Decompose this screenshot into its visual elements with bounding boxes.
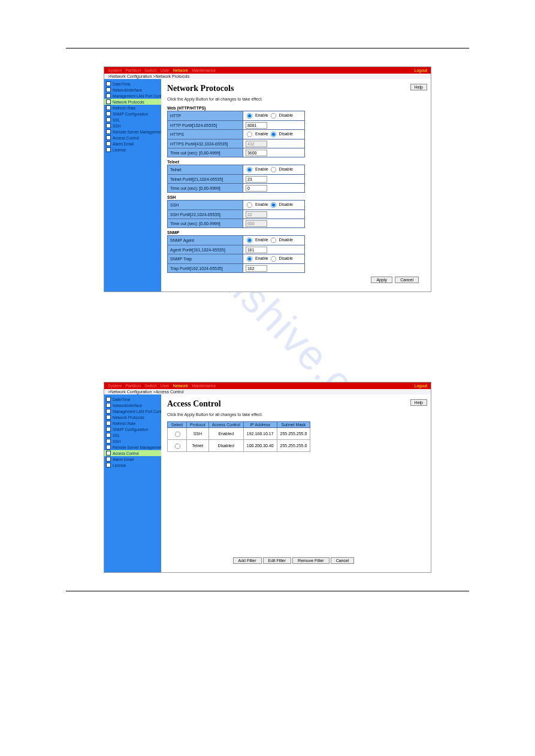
config-value [243, 184, 304, 193]
sidebar-item[interactable]: Access Control [104, 135, 161, 141]
menu-item[interactable]: System [108, 384, 122, 388]
top-menu-bar: SystemPartitionSwitchUserNetworkMaintena… [104, 67, 431, 74]
logout-link[interactable]: Logout [415, 68, 427, 72]
sidebar-item[interactable]: License [104, 462, 161, 468]
sidebar-item[interactable]: Refresh Rate [104, 420, 161, 426]
menu-item[interactable]: Maintenance [192, 68, 216, 72]
config-input[interactable] [246, 185, 267, 192]
enable-radio[interactable] [247, 238, 252, 243]
menu-item[interactable]: Partition [125, 68, 141, 72]
page-title: Network Protocols [167, 84, 425, 93]
sidebar-item[interactable]: Date/Time [104, 81, 161, 87]
sidebar-item-label: Refresh Rate [113, 106, 135, 110]
enable-radio[interactable] [247, 167, 252, 172]
menu-item[interactable]: Partition [125, 384, 141, 388]
enable-radio[interactable] [247, 113, 252, 119]
sidebar-item[interactable]: NetworkInterface [104, 87, 161, 93]
config-input[interactable] [246, 265, 267, 272]
menu-item[interactable]: Maintenance [192, 384, 216, 388]
disable-radio[interactable] [271, 238, 276, 243]
sidebar-item-label: Refresh Rate [113, 421, 135, 426]
expand-icon [106, 117, 111, 122]
help-button[interactable]: Help [410, 84, 427, 90]
help-button[interactable]: Help [410, 399, 427, 406]
expand-icon [106, 93, 111, 98]
expand-icon [106, 105, 111, 110]
remove-filter-button[interactable]: Remove Filter [292, 557, 330, 564]
top-rule [66, 48, 469, 48]
sidebar-item-label: License [113, 463, 126, 467]
config-value: Enable Disable [243, 111, 304, 121]
add-filter-button[interactable]: Add Filter [233, 557, 262, 564]
sidebar-item[interactable]: SSH [104, 438, 161, 444]
sidebar-item-label: Management LAN Port Configurat [113, 94, 161, 98]
config-key: Telnet [168, 165, 243, 175]
menu-item[interactable]: System [108, 68, 122, 72]
sidebar-item[interactable]: SSL [104, 117, 161, 123]
menu-item[interactable]: User [161, 68, 170, 72]
sidebar-item[interactable]: Alarm Email [104, 141, 161, 147]
logout-link[interactable]: Logout [415, 384, 427, 388]
config-key: SSH [168, 201, 243, 210]
sidebar-item[interactable]: Date/Time [104, 396, 161, 402]
row-select-radio[interactable] [175, 432, 180, 437]
sidebar-item[interactable]: SSH [104, 123, 161, 129]
sidebar-item[interactable]: Remote Server Management [104, 444, 161, 450]
sidebar-item[interactable]: Management LAN Port Configurat [104, 408, 161, 414]
config-input[interactable] [246, 247, 267, 253]
enable-radio[interactable] [247, 202, 252, 208]
section-label: SNMP [167, 230, 425, 235]
sidebar-item[interactable]: SNMP Configuration [104, 111, 161, 117]
menu-item-active[interactable]: Network [173, 68, 188, 72]
disable-radio[interactable] [271, 256, 276, 262]
config-value [243, 139, 304, 148]
menu-item[interactable]: Switch [144, 384, 157, 388]
config-input[interactable] [246, 122, 267, 129]
apply-button[interactable]: Apply [371, 277, 392, 283]
config-input[interactable] [246, 150, 267, 156]
menu-item-active[interactable]: Network [173, 384, 188, 388]
sidebar-item[interactable]: Access Control [104, 450, 161, 456]
sidebar-item[interactable]: Network Protocols [104, 414, 161, 420]
menu-item[interactable]: Switch [144, 68, 157, 72]
config-table: HTTP Enable DisableHTTP Port#[1024-65535… [167, 111, 305, 157]
sidebar-item[interactable]: Remote Server Management [104, 129, 161, 135]
config-key: Telnet Port#[21,1024-65535] [168, 175, 243, 184]
menu-item[interactable]: User [161, 384, 170, 388]
sidebar-item-label: Network Protocols [113, 415, 144, 420]
sidebar-item-label: Date/Time [113, 397, 131, 402]
disable-radio[interactable] [271, 113, 276, 119]
config-table: SSH Enable DisableSSH Port#[22,1024-6553… [167, 200, 305, 228]
disable-radio[interactable] [271, 167, 276, 172]
expand-icon [106, 147, 111, 152]
config-input[interactable] [246, 176, 267, 183]
section-label: SSH [167, 195, 425, 199]
config-table: SNMP Agent Enable DisableAgent Port#[161… [167, 235, 305, 273]
expand-icon [106, 397, 111, 402]
disable-radio[interactable] [271, 132, 276, 137]
config-value [243, 210, 304, 219]
sidebar-item-label: Access Control [113, 136, 139, 140]
sidebar-item[interactable]: NetworkInterface [104, 402, 161, 408]
cancel-button[interactable]: Cancel [395, 277, 419, 283]
sidebar-item[interactable]: SNMP Configuration [104, 426, 161, 432]
disable-radio[interactable] [271, 202, 276, 208]
config-key: SNMP Trap [168, 254, 243, 264]
config-key: HTTPS [168, 130, 243, 139]
sidebar: Date/TimeNetworkInterfaceManagement LAN … [104, 394, 161, 572]
cancel-button[interactable]: Cancel [331, 557, 355, 564]
row-select-radio[interactable] [175, 444, 180, 449]
sidebar-item[interactable]: Network Protocols [104, 99, 161, 105]
sidebar-item[interactable]: Refresh Rate [104, 105, 161, 111]
expand-icon [106, 457, 111, 462]
sidebar-item[interactable]: License [104, 147, 161, 153]
expand-icon [106, 427, 111, 432]
cell-access: Disabled [208, 440, 243, 452]
cell-ip: 192.168.10.17 [243, 428, 277, 440]
enable-radio[interactable] [247, 132, 252, 137]
enable-radio[interactable] [247, 256, 252, 262]
edit-filter-button[interactable]: Edit Filter [263, 557, 292, 564]
sidebar-item[interactable]: Alarm Email [104, 456, 161, 462]
sidebar-item[interactable]: SSL [104, 432, 161, 438]
sidebar-item[interactable]: Management LAN Port Configurat [104, 93, 161, 99]
